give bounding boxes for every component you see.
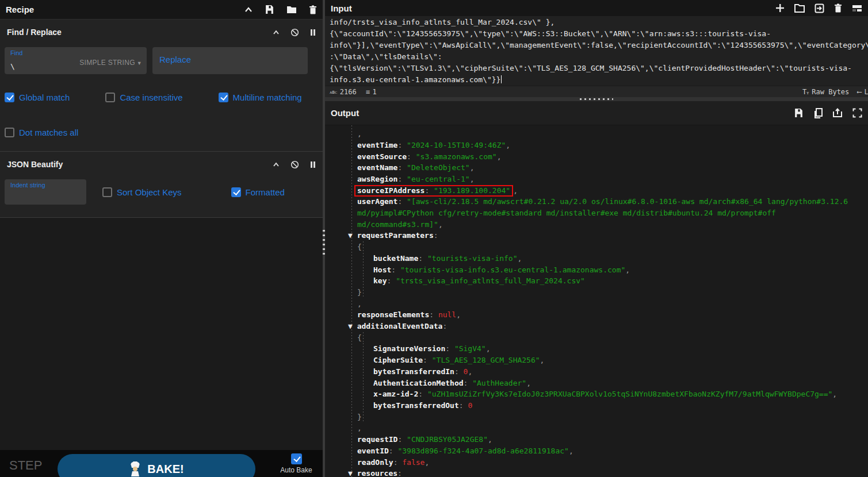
checkbox-box[interactable] [5,128,14,137]
checkbox-label: Global match [19,93,70,102]
auto-bake-checkbox[interactable] [291,453,302,464]
token-p: : [459,401,468,410]
clear-io-trash-icon[interactable] [834,3,842,13]
checkbox-box[interactable] [231,187,241,197]
output-line: requestID: "CNDJRBSY05JA2GE8", [325,434,863,445]
checkbox-dot-matches-all[interactable]: Dot matches all [5,128,78,137]
token-s: "trsts_visa_info_atlnts_full_Mar_2024.cs… [396,276,585,285]
find-input[interactable]: Find \ SIMPLE STRING▼ [5,47,147,74]
checkbox-box[interactable] [102,187,112,197]
bake-button[interactable]: BAKE! [58,454,255,477]
token-s: "SigV4" [454,344,486,353]
token-p: : [418,254,427,263]
collapse-recipe-icon[interactable] [244,7,253,13]
checkbox-box[interactable] [5,93,14,102]
token-k: requestID [357,435,397,444]
token-p: , [517,254,522,263]
disable-op-icon[interactable] [290,160,299,169]
token-k: CipherSuite [373,356,423,364]
save-output-icon[interactable] [794,108,804,118]
token-p: : [397,175,407,183]
token-k: requestParameters [357,231,434,240]
checkbox-formatted[interactable]: Formatted [231,187,285,197]
add-input-tab-icon[interactable] [775,3,785,13]
breakpoint-pause-icon[interactable] [310,161,316,168]
replace-input[interactable]: Replace [152,47,308,74]
token-s: "tourists-visa-info" [427,254,518,263]
checkbox-sort-object-keys[interactable]: Sort Object Keys [102,187,182,197]
recipe-titlebar: Recipe [0,0,323,20]
collapse-triangle-icon[interactable]: ▼ [348,322,357,330]
input-textarea[interactable]: info/trsts_visa_info_atlnts_full_Mar_202… [325,16,868,86]
checkbox-global-match[interactable]: Global match [5,93,70,102]
open-file-folder-icon[interactable] [794,4,805,13]
output-line: { [325,332,863,344]
checkbox-box[interactable] [105,93,115,102]
open-folder-as-input-icon[interactable] [815,3,824,13]
save-recipe-icon[interactable] [265,5,274,14]
token-p: : [445,344,454,353]
token-p: : [464,379,473,387]
token-p: : [418,390,427,398]
token-p: , [357,299,362,308]
clear-recipe-trash-icon[interactable] [309,5,317,14]
token-p: : [389,447,398,455]
output-line: bucketName: "tourists-visa-info", [325,253,863,264]
eol-arrow-icon: ⟵ [857,88,861,96]
checkbox-case-insensitive[interactable]: Case insensitive [105,93,182,102]
token-s: "AuthHeader" [472,379,526,387]
copy-output-icon[interactable] [813,108,823,118]
load-recipe-folder-icon[interactable] [286,5,297,14]
token-k: responseElements [357,310,429,319]
output-line: , [325,128,863,140]
maximize-output-icon[interactable] [852,108,862,118]
indent-string-input[interactable]: Indent string [5,179,86,205]
token-k: SignatureVersion [373,344,445,353]
token-s: "eu-central-1" [407,175,470,183]
token-l: 0 [468,401,472,410]
token-k: readOnly [357,458,393,467]
token-p: , [526,379,531,387]
checkbox-multiline-matching[interactable]: Multiline matching [219,93,302,102]
token-s: "DeleteObject" [407,163,470,172]
token-p: , [456,310,461,319]
step-button[interactable]: STEP [9,458,42,473]
collapse-triangle-icon[interactable]: ▼ [348,231,357,240]
checkbox-box[interactable] [219,93,228,102]
collapse-triangle-icon[interactable]: ▼ [348,469,357,477]
find-type-dropdown[interactable]: SIMPLE STRING▼ [79,59,142,67]
text-encoding-icon: Tᴛ [802,88,809,96]
collapse-op-icon[interactable] [273,162,280,167]
split-panes-icon[interactable] [852,4,862,13]
operation-find-replace[interactable]: Find / Replace Find \ SIMPLE S [0,20,323,152]
bake-bar: STEP BAKE! Auto Bake [0,450,323,477]
token-k: bytesTransferredIn [373,367,454,376]
eol-selector[interactable]: ⟵ LF [857,88,868,96]
replace-input-with-output-icon[interactable] [832,108,843,118]
token-p: : [391,266,400,274]
token-p: , [513,186,518,195]
token-p: : [397,469,402,477]
find-replace-titlebar: Find / Replace [0,20,323,43]
input-output-splitter[interactable] [325,97,868,101]
token-p: : [442,322,447,330]
token-k: awsRegion [357,175,397,183]
find-replace-checkbox-row-1: Global matchCase insensitiveMultiline ma… [3,87,319,108]
output-line: } [325,287,863,298]
collapse-op-icon[interactable] [273,30,280,35]
operation-json-beautify[interactable]: JSON Beautify Indent string Sort Ob [0,152,323,218]
output-line: ▼ additionalEventData: [325,321,863,332]
output-line: } [325,411,863,423]
chef-hat-icon [129,461,142,476]
disable-op-icon[interactable] [290,28,299,37]
auto-bake-toggle[interactable]: Auto Bake [276,453,316,474]
breakpoint-pause-icon[interactable] [310,29,316,36]
find-value: \ [10,62,15,71]
token-k: eventName [357,163,397,172]
auto-bake-label: Auto Bake [280,466,312,474]
token-p: : [397,197,407,206]
encoding-selector[interactable]: Tᴛ Raw Bytes [802,88,849,96]
recipe-drop-area[interactable] [0,218,323,450]
bake-button-label: BAKE! [147,463,183,476]
find-replace-checkbox-row-2: Dot matches all [3,122,319,143]
